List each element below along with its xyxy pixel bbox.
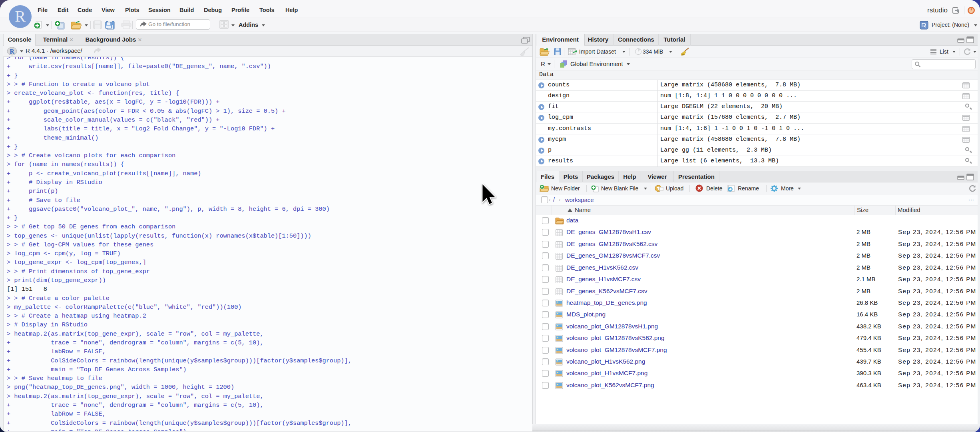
- svg-text:R: R: [10, 48, 14, 55]
